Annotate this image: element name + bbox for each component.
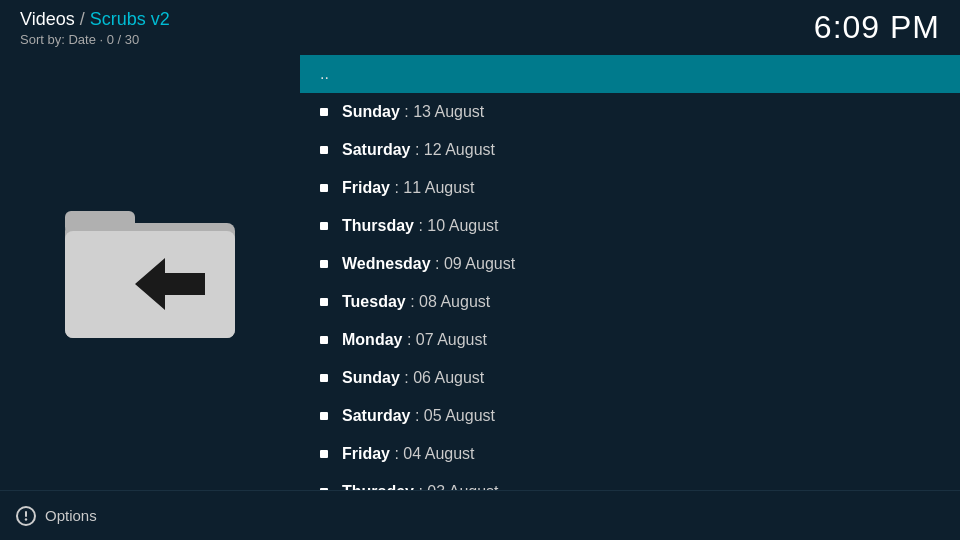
options-icon xyxy=(15,505,37,527)
list-item-parent[interactable]: .. xyxy=(300,55,960,93)
day-bold: Sunday xyxy=(342,369,400,386)
list-item[interactable]: Saturday : 12 August xyxy=(300,131,960,169)
title-line: Videos / Scrubs v2 xyxy=(20,9,170,30)
day-bold: Tuesday xyxy=(342,293,406,310)
list-item[interactable]: Sunday : 06 August xyxy=(300,359,960,397)
options-button[interactable]: Options xyxy=(15,505,97,527)
day-rest: : 04 August xyxy=(390,445,475,462)
day-rest: : 12 August xyxy=(410,141,495,158)
list-bullet xyxy=(320,184,328,192)
breadcrumb-separator: / xyxy=(80,9,90,29)
current-title: Scrubs v2 xyxy=(90,9,170,29)
list-item-text: Thursday : 03 August xyxy=(342,483,499,490)
list-item-text: Saturday : 12 August xyxy=(342,141,495,159)
breadcrumb-prefix: Videos xyxy=(20,9,75,29)
day-rest: : 06 August xyxy=(400,369,485,386)
footer: Options xyxy=(0,490,960,540)
day-bold: Friday xyxy=(342,179,390,196)
day-rest: : 11 August xyxy=(390,179,475,196)
folder-back-icon xyxy=(60,193,240,353)
list-item-text: Friday : 04 August xyxy=(342,445,475,463)
options-label: Options xyxy=(45,507,97,524)
left-panel xyxy=(0,55,300,490)
list-item[interactable]: Saturday : 05 August xyxy=(300,397,960,435)
clock: 6:09 PM xyxy=(814,9,940,46)
header-left: Videos / Scrubs v2 Sort by: Date · 0 / 3… xyxy=(20,9,170,47)
list-item[interactable]: Thursday : 10 August xyxy=(300,207,960,245)
day-bold: Thursday xyxy=(342,483,414,490)
parent-item-text: .. xyxy=(320,65,329,83)
list-bullet xyxy=(320,412,328,420)
list-bullet xyxy=(320,336,328,344)
list-item[interactable]: Friday : 04 August xyxy=(300,435,960,473)
list-bullet xyxy=(320,450,328,458)
list-item[interactable]: Thursday : 03 August xyxy=(300,473,960,490)
list-item-text: Tuesday : 08 August xyxy=(342,293,490,311)
day-rest: : 03 August xyxy=(414,483,499,490)
item-count: 0 / 30 xyxy=(107,32,140,47)
day-rest: : 07 August xyxy=(402,331,487,348)
day-bold: Saturday xyxy=(342,141,410,158)
day-rest: : 09 August xyxy=(431,255,516,272)
list-item-text: Friday : 11 August xyxy=(342,179,475,197)
day-bold: Friday xyxy=(342,445,390,462)
day-bold: Wednesday xyxy=(342,255,431,272)
separator-dot: · xyxy=(100,32,107,47)
svg-rect-1 xyxy=(65,211,135,233)
list-bullet xyxy=(320,298,328,306)
list-bullet xyxy=(320,146,328,154)
list-item[interactable]: Sunday : 13 August xyxy=(300,93,960,131)
subtitle-line: Sort by: Date · 0 / 30 xyxy=(20,32,170,47)
list-bullet xyxy=(320,374,328,382)
list-bullet xyxy=(320,260,328,268)
day-bold: Thursday xyxy=(342,217,414,234)
list-item-text: Sunday : 13 August xyxy=(342,103,484,121)
sort-label: Sort by: Date xyxy=(20,32,96,47)
list-item[interactable]: Friday : 11 August xyxy=(300,169,960,207)
list-panel[interactable]: .. Sunday : 13 AugustSaturday : 12 Augus… xyxy=(300,55,960,490)
day-bold: Saturday xyxy=(342,407,410,424)
day-bold: Monday xyxy=(342,331,402,348)
day-rest: : 13 August xyxy=(400,103,485,120)
list-item[interactable]: Wednesday : 09 August xyxy=(300,245,960,283)
day-rest: : 08 August xyxy=(406,293,491,310)
list-item-text: Monday : 07 August xyxy=(342,331,487,349)
header: Videos / Scrubs v2 Sort by: Date · 0 / 3… xyxy=(0,0,960,55)
list-bullet xyxy=(320,108,328,116)
day-bold: Sunday xyxy=(342,103,400,120)
day-rest: : 05 August xyxy=(410,407,495,424)
list-item[interactable]: Monday : 07 August xyxy=(300,321,960,359)
day-rest: : 10 August xyxy=(414,217,499,234)
list-item-text: Wednesday : 09 August xyxy=(342,255,515,273)
list-bullet xyxy=(320,222,328,230)
svg-point-6 xyxy=(25,518,27,520)
list-item[interactable]: Tuesday : 08 August xyxy=(300,283,960,321)
list-item-text: Thursday : 10 August xyxy=(342,217,499,235)
list-items-container: Sunday : 13 AugustSaturday : 12 AugustFr… xyxy=(300,93,960,490)
list-item-text: Saturday : 05 August xyxy=(342,407,495,425)
list-item-text: Sunday : 06 August xyxy=(342,369,484,387)
